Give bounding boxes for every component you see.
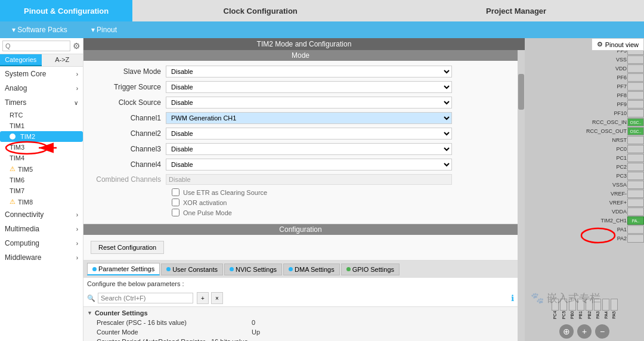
software-packs-menu[interactable]: ▾ Software Packs — [12, 26, 67, 34]
pin-box — [627, 190, 644, 198]
sidebar-subitem-tim3[interactable]: TIM3 — [0, 142, 83, 153]
slave-mode-select-wrapper: Disable — [166, 66, 452, 78]
pin-row: PF6 — [586, 73, 644, 82]
sidebar-sub-label: TIM4 — [10, 154, 24, 162]
reset-configuration-button[interactable]: Reset Configuration — [91, 241, 164, 254]
pin-row: PF8 — [586, 91, 644, 100]
pin-box — [627, 199, 644, 207]
param-prescaler: Prescaler (PSC - 16 bits value) 0 — [87, 318, 514, 327]
tab-pinout-configuration[interactable]: Pinout & Configuration — [0, 0, 132, 21]
channel4-row: Channel4 Disable — [88, 159, 513, 170]
clock-source-row: Clock Source Disable — [88, 97, 513, 108]
one-pulse-checkbox[interactable] — [172, 209, 179, 216]
pin-bottom-label: PB0 — [570, 311, 574, 319]
pin-row: PC3 — [586, 172, 644, 180]
pin-box-tim2: PA.. — [627, 216, 644, 225]
xor-checkbox-row: XOR activation — [88, 199, 513, 206]
etr-label: Use ETR as Clearing Source — [183, 189, 267, 196]
pin-row: PC0 — [586, 145, 644, 153]
channel4-select[interactable]: Disable — [166, 159, 452, 170]
nav-buttons: ⊕ + − — [559, 324, 609, 339]
sidebar-subitem-tim8[interactable]: ⚠ TIM8 — [0, 196, 83, 207]
zoom-fit-button[interactable]: ⊕ — [559, 324, 574, 339]
param-search-input[interactable] — [98, 293, 193, 303]
tab-nvic-settings[interactable]: NVIC Settings — [224, 264, 282, 275]
pin-box — [627, 234, 644, 243]
pin-bottom-label: PA3 — [596, 311, 600, 319]
sidebar-subitem-tim1[interactable]: TIM1 — [0, 120, 83, 131]
param-search-bar: 🔍 + × ℹ — [83, 290, 518, 307]
zoom-out-button[interactable]: − — [595, 324, 609, 339]
tab-gpio-settings[interactable]: GPIO Settings — [341, 264, 400, 275]
sidebar-sub-label: TIM7 — [10, 187, 24, 194]
sidebar-subitem-tim2[interactable]: TIM2 — [0, 131, 83, 142]
channel3-row: Channel3 Disable — [88, 143, 513, 155]
slave-mode-select[interactable]: Disable — [166, 66, 452, 78]
sidebar-sub-label: TIM1 — [10, 122, 24, 129]
sidebar-sub-label: TIM8 — [18, 199, 33, 206]
counter-settings-header[interactable]: ▼ Counter Settings — [87, 307, 514, 318]
pin-label: PC1 — [616, 155, 627, 161]
channel1-select[interactable]: PWM Generation CH1 — [166, 112, 452, 124]
tab-az[interactable]: A->Z — [42, 54, 83, 66]
tab-project-manager[interactable]: Project Manager — [388, 0, 644, 21]
sidebar-subitem-tim7[interactable]: TIM7 — [0, 185, 83, 196]
trigger-source-select[interactable]: Disable — [166, 81, 452, 93]
param-counter-mode: Counter Mode Up — [87, 327, 514, 337]
pinout-view-button[interactable]: ⚙ Pinout view — [592, 38, 644, 51]
section-label: Counter Settings — [95, 309, 148, 317]
dot-icon — [166, 267, 171, 271]
pin-box-bottom — [602, 299, 609, 311]
channel3-select[interactable]: Disable — [166, 143, 452, 155]
pinout-menu[interactable]: ▾ Pinout — [91, 26, 117, 34]
mode-section: Slave Mode Disable Trigger Source Disabl… — [83, 61, 518, 224]
param-clear-icon[interactable]: × — [211, 292, 223, 304]
sidebar-item-middleware[interactable]: Middleware › — [0, 250, 83, 265]
pin-row: VSSA — [586, 181, 644, 189]
triangle-icon: ▼ — [87, 310, 92, 316]
dot-icon — [346, 267, 351, 271]
chevron-right-icon: › — [76, 240, 78, 247]
zoom-in-button[interactable]: + — [577, 324, 592, 339]
channel2-select[interactable]: Disable — [166, 128, 452, 140]
param-filter-icon[interactable]: + — [197, 292, 209, 304]
pin-bottom-label: PB2 — [587, 311, 592, 319]
tab-clock-configuration[interactable]: Clock Configuration — [132, 0, 388, 21]
sidebar-item-timers[interactable]: Timers ∨ — [0, 95, 83, 110]
tab-dma-settings[interactable]: DMA Settings — [283, 264, 340, 275]
etr-checkbox[interactable] — [172, 188, 179, 196]
pin-box — [627, 225, 644, 234]
search-icon: 🔍 — [87, 294, 95, 302]
sidebar-subitem-rtc[interactable]: RTC — [0, 110, 83, 120]
sidebar-item-connectivity[interactable]: Connectivity › — [0, 207, 83, 222]
sidebar-item-multimedia[interactable]: Multimedia › — [0, 222, 83, 236]
pin-box — [627, 109, 644, 117]
tab-parameter-settings[interactable]: Parameter Settings — [87, 263, 160, 275]
sidebar-item-analog[interactable]: Analog › — [0, 81, 83, 95]
scrollbar[interactable] — [518, 50, 525, 341]
tab-categories[interactable]: Categories — [0, 54, 42, 66]
xor-checkbox[interactable] — [172, 199, 179, 206]
chevron-down-icon: ∨ — [74, 100, 78, 106]
tab-user-constants[interactable]: User Constants — [161, 264, 223, 275]
sidebar-item-computing[interactable]: Computing › — [0, 236, 83, 250]
sidebar-tab-bar: Categories A->Z — [0, 54, 83, 67]
sidebar-subitem-tim6[interactable]: TIM6 — [0, 175, 83, 185]
param-value: Up — [252, 328, 260, 336]
warning-icon: ⚠ — [10, 165, 16, 173]
search-input[interactable] — [2, 41, 70, 51]
mode-section-title: Mode — [83, 50, 518, 61]
pin-label: NRST — [612, 137, 627, 143]
gear-icon[interactable]: ⚙ — [73, 41, 80, 51]
scroll-thumb[interactable] — [518, 74, 524, 110]
pin-label-tim2: TIM2_CH1 — [600, 218, 627, 224]
pin-label: VDDA — [612, 209, 627, 215]
tab-label: DMA Settings — [295, 266, 335, 273]
sidebar-item-label: System Core — [5, 70, 46, 78]
sidebar-subitem-tim5[interactable]: ⚠ TIM5 — [0, 163, 83, 175]
clock-source-select[interactable]: Disable — [166, 97, 452, 108]
sidebar-item-system-core[interactable]: System Core › — [0, 67, 83, 81]
pin-row: VSS — [586, 55, 644, 64]
sidebar-subitem-tim4[interactable]: TIM4 — [0, 153, 83, 163]
chevron-right-icon: › — [76, 255, 78, 261]
